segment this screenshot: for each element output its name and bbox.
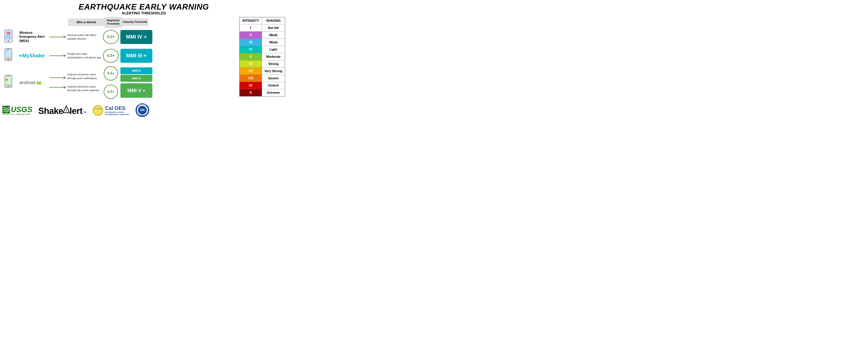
caloes-sub: GOVERNOR'S OFFICE OF EMERGENCY SERVICES [105, 111, 129, 116]
svg-marker-15 [64, 55, 66, 57]
wea-row: WEA Wireless Emergency Alert (WEA) Gener… [2, 29, 237, 46]
android-arrow-2 [49, 85, 66, 89]
svg-rect-28 [41, 82, 41, 84]
shakealert-warning-icon: ! [63, 105, 70, 114]
android-mag-1: 4.5+ [104, 66, 118, 81]
myshake-text: MyShake [22, 53, 45, 59]
shaking-cell: Moderate [262, 53, 285, 60]
intensity-row: XExtreme [240, 89, 285, 96]
shaking-cell: Not felt [262, 24, 285, 32]
intensity-cell: IX [240, 82, 262, 89]
caloes-text: Cal OES GOVERNOR'S OFFICE OF EMERGENCY S… [105, 105, 129, 116]
intensity-row: INot felt [240, 24, 285, 32]
svg-rect-8 [6, 50, 11, 57]
myshake-row: MyShake People who have downloaded a cel… [2, 47, 237, 64]
svg-point-18 [8, 85, 9, 87]
main-title: EARTHQUAKE EARLY WARNING [2, 2, 285, 11]
svg-marker-6 [64, 36, 66, 38]
intensity-header: Intensity Threshold [122, 19, 148, 26]
svg-point-13 [8, 50, 9, 50]
android-brand: android [19, 80, 49, 85]
shakealert-lert: lert [69, 106, 82, 116]
svg-point-24 [39, 82, 40, 83]
sub-title: ALERTING THRESHOLDS [2, 11, 285, 16]
who-alerted-header: Who is Alerted [68, 19, 104, 26]
myshake-magnitude: 4.5+ [103, 49, 119, 63]
svg-text:EMERGENCY MANAGEMENT: EMERGENCY MANAGEMENT [135, 104, 149, 105]
intensity-cell: I [240, 24, 262, 32]
intensity-col-header: INTENSITY [240, 17, 262, 24]
shaking-cell: Weak [262, 32, 285, 39]
intensity-row: VIStrong [240, 60, 285, 67]
wea-brand-text: Wireless Emergency Alert (WEA) [19, 31, 49, 43]
android-desc-2: Android cell phone users through full-sc… [67, 85, 101, 92]
svg-marker-32 [64, 77, 66, 79]
svg-marker-34 [64, 86, 66, 89]
magnitude-header: Magnitude Threshold [104, 17, 122, 27]
usgs-waves-icon [2, 106, 10, 113]
shaking-cell: Extreme [262, 89, 285, 96]
svg-rect-19 [7, 76, 9, 76]
shaking-cell: Violent [262, 82, 285, 89]
intensity-row: IIIWeak [240, 39, 285, 46]
myshake-device-icon [2, 47, 19, 64]
main-content: Who is Alerted Magnitude Threshold Inten… [2, 17, 285, 118]
svg-line-25 [37, 81, 38, 81]
wea-device-icon: WEA [2, 29, 19, 46]
intensity-cell: VI [240, 60, 262, 67]
android-mag-2: 4.5+ [104, 85, 118, 99]
wea-brand: Wireless Emergency Alert (WEA) [19, 31, 49, 43]
svg-text:!: ! [66, 109, 67, 113]
svg-text:★: ★ [97, 111, 99, 113]
myshake-arrow [49, 54, 67, 58]
alert-section: Who is Alerted Magnitude Threshold Inten… [2, 17, 237, 118]
usgs-logo: USGS science for a changing world [2, 106, 32, 115]
intensity-table-section: INTENSITY SHAKING INot feltIIWeakIIIWeak… [239, 17, 285, 96]
android-intensity-2: MMI V + [120, 83, 152, 98]
intensity-cell: VII [240, 67, 262, 75]
myshake-intensity: MMI III + [120, 49, 152, 63]
svg-rect-29 [37, 84, 38, 85]
intensity-row: VModerate [240, 53, 285, 60]
svg-text:CALIFORNIA: CALIFORNIA [94, 108, 102, 109]
android-intensity-split: MMI III MMI IV [120, 67, 152, 82]
usgs-tagline: science for a changing world [2, 113, 30, 115]
caloes-logo: CALIFORNIA ★ Cal OES GOVERNOR'S OFFICE O… [92, 105, 129, 116]
svg-point-11 [6, 51, 7, 52]
intensity-cell: VIII [240, 75, 262, 82]
myshake-brand: MyShake [19, 53, 49, 59]
android-arrow-1 [49, 76, 66, 80]
shaking-cell: Very Strong [262, 67, 285, 75]
android-magnitudes: 4.5+ 4.5+ [103, 66, 119, 99]
android-intensity-1a: MMI III [120, 67, 152, 74]
myshake-description: People who have downloaded a cell phone … [67, 52, 101, 59]
intensity-cell: III [240, 39, 262, 46]
svg-rect-22 [37, 82, 41, 84]
svg-point-23 [38, 82, 38, 83]
svg-line-26 [40, 81, 41, 81]
svg-rect-27 [36, 82, 37, 84]
android-robot-icon [36, 80, 42, 85]
shakealert-logo: Shake ! lert ™ [38, 105, 87, 116]
shaking-col-header: SHAKING [262, 17, 285, 24]
svg-point-2 [8, 40, 9, 42]
svg-point-38 [93, 105, 103, 116]
android-intensities: MMI III MMI IV MMI V + [120, 67, 152, 98]
android-arrows [49, 76, 67, 89]
usgs-abbr: USGS [2, 106, 32, 113]
intensity-row: VIIISevere [240, 75, 285, 82]
android-desc-1: Android cell phone users through push no… [67, 73, 101, 80]
shaking-cell: Severe [262, 75, 285, 82]
android-descriptions: Android cell phone users through push no… [67, 73, 101, 92]
android-intensity-1b: MMI IV [120, 75, 152, 82]
shaking-cell: Weak [262, 39, 285, 46]
intensity-row: VIIVery Strong [240, 67, 285, 75]
svg-rect-30 [39, 84, 40, 85]
svg-text:WASHINGTON: WASHINGTON [139, 115, 146, 116]
svg-rect-10 [7, 49, 9, 49]
intensity-cell: X [240, 89, 262, 96]
svg-point-12 [7, 50, 8, 51]
android-row: android [2, 66, 237, 99]
intensity-row: IXViolent [240, 82, 285, 89]
intensity-row: IVLight [240, 46, 285, 53]
